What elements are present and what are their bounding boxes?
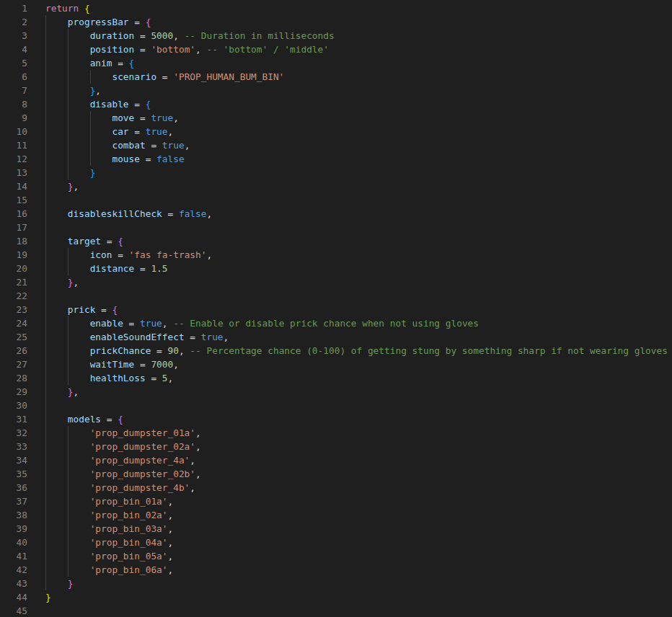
code-line[interactable]: 40 'prop_bin_04a',	[0, 536, 672, 549]
code-line[interactable]: 7 },	[0, 84, 672, 97]
code-line[interactable]: 1return {	[0, 1, 672, 15]
line-number[interactable]: 8	[0, 97, 27, 111]
code-line[interactable]: 22	[0, 289, 672, 303]
line-number[interactable]: 32	[0, 426, 27, 440]
code-line[interactable]: 34 'prop_dumpster_4a',	[0, 453, 672, 467]
line-number[interactable]: 35	[0, 467, 27, 481]
line-number[interactable]: 23	[0, 303, 27, 316]
line-number[interactable]: 18	[0, 234, 27, 248]
line-number[interactable]: 9	[0, 111, 27, 125]
indent-guide	[68, 316, 68, 330]
code-line[interactable]: 39 'prop_bin_03a',	[0, 522, 672, 536]
line-number[interactable]: 28	[0, 371, 27, 385]
indent-guide	[68, 481, 68, 494]
code-line[interactable]: 43 }	[0, 577, 672, 590]
code-line[interactable]: 3 duration = 5000, -- Duration in millis…	[0, 29, 672, 43]
code-line[interactable]: 26 prickChance = 90, -- Percentage chanc…	[0, 344, 672, 358]
code-line[interactable]: 16 disableskillCheck = false,	[0, 207, 672, 221]
line-number[interactable]: 11	[0, 138, 27, 152]
line-number[interactable]: 19	[0, 248, 27, 262]
line-number[interactable]: 21	[0, 275, 27, 289]
code-line[interactable]: 15	[0, 193, 672, 207]
code-line[interactable]: 25 enableSoundEffect = true,	[0, 330, 672, 344]
code-line[interactable]: 14 },	[0, 179, 672, 193]
line-number[interactable]: 43	[0, 577, 27, 590]
line-number[interactable]: 7	[0, 84, 27, 97]
code-line[interactable]: 5 anim = {	[0, 56, 672, 70]
line-number[interactable]: 13	[0, 166, 27, 179]
code-line[interactable]: 32 'prop_dumpster_01a',	[0, 426, 672, 440]
code-line[interactable]: 17	[0, 221, 672, 234]
line-number[interactable]: 39	[0, 522, 27, 536]
code-line[interactable]: 30	[0, 399, 672, 412]
line-number[interactable]: 22	[0, 289, 27, 303]
code-line[interactable]: 44}	[0, 590, 672, 604]
line-number[interactable]: 3	[0, 29, 27, 43]
line-number[interactable]: 27	[0, 358, 27, 371]
line-number[interactable]: 34	[0, 453, 27, 467]
line-number[interactable]: 26	[0, 344, 27, 358]
line-number[interactable]: 16	[0, 207, 27, 221]
line-number[interactable]: 29	[0, 385, 27, 399]
code-line[interactable]: 19 icon = 'fas fa-trash',	[0, 248, 672, 262]
code-line[interactable]: 12 mouse = false	[0, 152, 672, 166]
line-number[interactable]: 12	[0, 152, 27, 166]
line-number[interactable]: 1	[0, 1, 27, 15]
line-number[interactable]: 5	[0, 56, 27, 70]
code-line[interactable]: 31 models = {	[0, 412, 672, 426]
code-line[interactable]: 18 target = {	[0, 234, 672, 248]
line-number[interactable]: 17	[0, 221, 27, 234]
line-number[interactable]: 4	[0, 43, 27, 56]
line-number[interactable]: 10	[0, 125, 27, 138]
code-line[interactable]: 33 'prop_dumpster_02a',	[0, 440, 672, 453]
code-line[interactable]: 27 waitTime = 7000,	[0, 358, 672, 371]
code-text: enable = true, -- Enable or disable pric…	[27, 316, 479, 330]
code-line[interactable]: 6 scenario = 'PROP_HUMAN_BUM_BIN'	[0, 70, 672, 84]
line-number[interactable]: 30	[0, 399, 27, 412]
line-number[interactable]: 45	[0, 604, 27, 617]
line-number[interactable]: 25	[0, 330, 27, 344]
code-line[interactable]: 45	[0, 604, 672, 617]
line-number[interactable]: 6	[0, 70, 27, 84]
code-line[interactable]: 11 combat = true,	[0, 138, 672, 152]
indent-guide	[68, 56, 68, 70]
code-line[interactable]: 29 },	[0, 385, 672, 399]
line-number[interactable]: 31	[0, 412, 27, 426]
token-pl: ,	[168, 496, 174, 507]
code-line[interactable]: 20 distance = 1.5	[0, 262, 672, 275]
code-line[interactable]: 42 'prop_bin_06a',	[0, 563, 672, 577]
line-number[interactable]: 14	[0, 179, 27, 193]
code-line[interactable]: 38 'prop_bin_02a',	[0, 508, 672, 522]
line-number[interactable]: 2	[0, 15, 27, 29]
line-number[interactable]: 40	[0, 536, 27, 549]
code-line[interactable]: 41 'prop_bin_05a',	[0, 549, 672, 563]
line-number[interactable]: 42	[0, 563, 27, 577]
line-number[interactable]: 36	[0, 481, 27, 494]
code-line[interactable]: 36 'prop_dumpster_4b',	[0, 481, 672, 494]
indent-guide	[45, 577, 46, 590]
code-line[interactable]: 37 'prop_bin_01a',	[0, 494, 672, 508]
code-line[interactable]: 21 },	[0, 275, 672, 289]
code-editor[interactable]: 1return {2 progressBar = {3 duration = 5…	[0, 0, 672, 617]
token-pl: =	[140, 154, 156, 164]
code-line[interactable]: 4 position = 'bottom', -- 'bottom' / 'mi…	[0, 43, 672, 56]
token-b2: }	[68, 277, 74, 288]
code-line[interactable]: 24 enable = true, -- Enable or disable p…	[0, 316, 672, 330]
code-line[interactable]: 13 }	[0, 166, 672, 179]
line-number[interactable]: 24	[0, 316, 27, 330]
code-line[interactable]: 2 progressBar = {	[0, 15, 672, 29]
line-number[interactable]: 41	[0, 549, 27, 563]
code-line[interactable]: 9 move = true,	[0, 111, 672, 125]
line-number[interactable]: 44	[0, 590, 27, 604]
code-line[interactable]: 23 prick = {	[0, 303, 672, 316]
indent-guide	[45, 330, 46, 344]
code-line[interactable]: 35 'prop_dumpster_02b',	[0, 467, 672, 481]
line-number[interactable]: 20	[0, 262, 27, 275]
line-number[interactable]: 15	[0, 193, 27, 207]
line-number[interactable]: 38	[0, 508, 27, 522]
line-number[interactable]: 37	[0, 494, 27, 508]
line-number[interactable]: 33	[0, 440, 27, 453]
code-line[interactable]: 10 car = true,	[0, 125, 672, 138]
code-line[interactable]: 8 disable = {	[0, 97, 672, 111]
code-line[interactable]: 28 healthLoss = 5,	[0, 371, 672, 385]
